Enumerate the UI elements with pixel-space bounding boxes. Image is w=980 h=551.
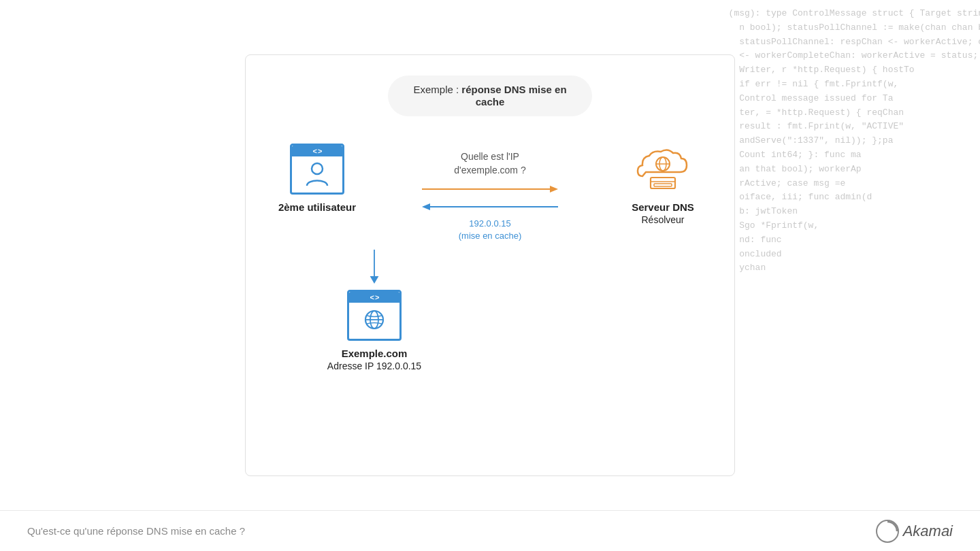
dns-block: Serveur DNS Résolveur [619, 144, 707, 225]
user-label: 2ème utilisateur [278, 201, 356, 213]
code-line: oncluded [718, 248, 970, 262]
website-sublabel: Adresse IP 192.0.0.15 [327, 361, 421, 371]
code-line: Sgo *Fprintf(w, [718, 219, 970, 233]
code-background: (msg): type ControlMessage struct { Targ… [708, 0, 980, 476]
code-line: oiface, iii; func admin(d [718, 190, 970, 205]
akamai-logo-text: Akamai [903, 522, 953, 540]
globe-icon [361, 307, 387, 333]
code-line: statusPollChannel: respChan <- workerAct… [718, 35, 970, 50]
code-line: Count int64; }: func ma [718, 148, 970, 163]
left-arrow [422, 200, 558, 214]
website-browser-icon: < > [347, 290, 402, 341]
browser-user-icon: < > [290, 144, 344, 195]
code-brackets-icon: < > [313, 147, 322, 155]
akamai-logo: Akamai [875, 518, 953, 544]
down-arrow [364, 250, 385, 286]
code-line: Control message issued for Ta [718, 92, 970, 106]
code-line: result : fmt.Fprint(w, "ACTIVE" [718, 120, 970, 134]
title-text: Exemple : réponse DNS mise en cache [413, 84, 566, 107]
svg-marker-12 [370, 276, 379, 284]
right-arrow [422, 182, 558, 196]
dns-cloud-icon [632, 144, 693, 195]
code-line: <- workerCompleteChan: workerActive = st… [718, 49, 970, 63]
akamai-icon [875, 518, 900, 544]
svg-rect-10 [654, 184, 672, 186]
svg-marker-2 [550, 186, 558, 193]
footer: Qu'est-ce qu'une réponse DNS mise en cac… [0, 510, 980, 551]
code-line: ter, = *http.Request) { reqChan [718, 106, 970, 120]
code-line: nd: func [718, 233, 970, 248]
diagram-card: Exemple : réponse DNS mise en cache < > … [245, 54, 735, 476]
footer-question: Qu'est-ce qu'une réponse DNS mise en cac… [27, 525, 245, 537]
code-line: Writer, r *http.Request) { hostTo [718, 63, 970, 78]
svg-point-0 [312, 163, 323, 174]
question-text: Quelle est l'IPd'exemple.com ? [454, 150, 525, 177]
code-line: (msg): type ControlMessage struct { Targ… [718, 7, 970, 21]
svg-marker-4 [422, 203, 430, 210]
website-label: Exemple.com [342, 348, 408, 359]
code-line: rActive; case msg =e [718, 177, 970, 191]
title-bubble: Exemple : réponse DNS mise en cache [388, 76, 592, 116]
user-block: < > 2ème utilisateur [273, 144, 361, 213]
svg-point-16 [877, 520, 898, 542]
code-brackets-icon-2: < > [370, 293, 379, 301]
person-icon [304, 160, 330, 188]
code-line: n bool); statusPollChannel := make(chan … [718, 21, 970, 35]
dns-label: Serveur DNS [632, 201, 694, 213]
code-line: andServe(":1337", nil)); };pa [718, 134, 970, 148]
code-line: ychan [718, 261, 970, 276]
code-line: if err != nil { fmt.Fprintf(w, [718, 78, 970, 92]
main-row: < > 2ème utilisateur Quelle est l'IPd'ex… [273, 144, 707, 243]
website-block: < > Exemple.com Adresse IP 192.0.0.15 [327, 290, 421, 371]
code-line: an that bool); workerAp [718, 163, 970, 177]
dns-sublabel: Résolveur [641, 214, 684, 225]
code-line: b: jwtToken [718, 205, 970, 219]
arrows-area: Quelle est l'IPd'exemple.com ? 192.0.0.1… [361, 144, 619, 243]
cache-response-text: 192.0.0.15(mise en cache) [459, 218, 521, 242]
down-arrow-area: < > Exemple.com Adresse IP 192.0.0.15 [327, 250, 421, 371]
